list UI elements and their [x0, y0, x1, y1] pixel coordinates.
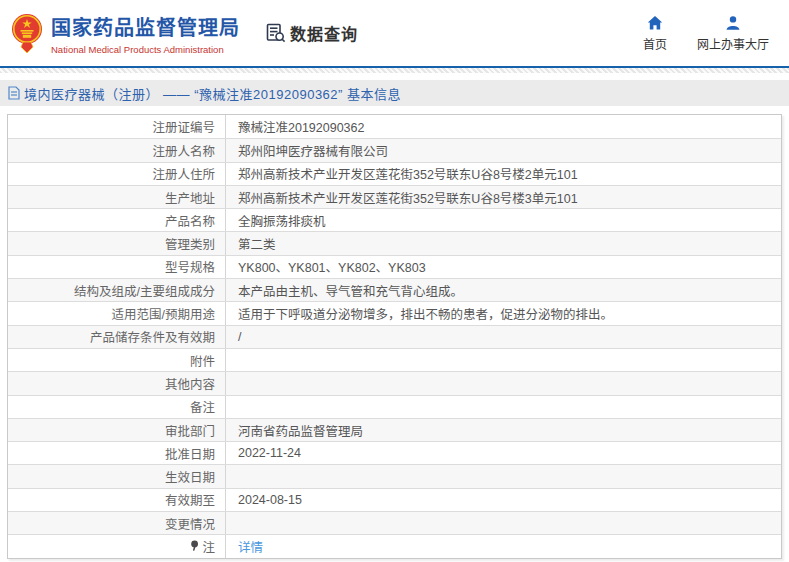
row-label-text: 型号规格 [165, 257, 215, 276]
nav-home[interactable]: 首页 [643, 15, 667, 52]
page: 国家药品监督管理局 National Medical Products Admi… [0, 0, 789, 562]
row-label-text: 注册人住所 [152, 164, 215, 183]
row-value [226, 396, 781, 418]
row-label: 适用范围/预期用途 [8, 302, 226, 324]
site-header: 国家药品监督管理局 National Medical Products Admi… [0, 0, 789, 66]
user-icon [725, 15, 741, 31]
row-label-text: 有效期至 [165, 490, 215, 509]
row-label: 生效日期 [8, 465, 226, 487]
hatch-band [0, 68, 789, 73]
row-value-text: 郑州阳坤医疗器械有限公司 [238, 141, 388, 160]
data-query-label: 数据查询 [290, 21, 358, 45]
row-label-text: 变更情况 [165, 514, 215, 533]
home-icon [647, 15, 663, 31]
row-value-text: 河南省药品监督管理局 [238, 421, 363, 440]
row-label-text: 管理类别 [165, 234, 215, 253]
row-label-text: 产品储存条件及有效期 [90, 327, 215, 346]
row-value-text: 本产品由主机、导气管和充气背心组成。 [238, 281, 463, 300]
row-label: 备注 [8, 396, 226, 418]
row-label-text: 注 [202, 537, 215, 556]
row-value-text: 郑州高新技术产业开发区莲花街352号联东U谷8号楼2单元101 [238, 164, 578, 183]
table-row: 生效日期 [8, 464, 781, 487]
row-value: 适用于下呼吸道分泌物增多，排出不畅的患者，促进分泌物的排出。 [226, 302, 781, 324]
brand-text: 国家药品监督管理局 National Medical Products Admi… [51, 12, 240, 55]
row-value-text: 郑州高新技术产业开发区莲花街352号联东U谷8号楼3单元101 [238, 188, 578, 207]
row-value-text: 2022-11-24 [238, 446, 301, 460]
pin-icon [190, 540, 200, 552]
row-label-text: 结构及组成/主要组成成分 [74, 281, 215, 300]
row-value [226, 349, 781, 371]
row-label-text: 注册证编号 [152, 117, 215, 136]
row-value: 河南省药品监督管理局 [226, 419, 781, 441]
row-label: 结构及组成/主要组成成分 [8, 279, 226, 301]
detail-link[interactable]: 详情 [238, 537, 263, 556]
table-row: 产品名称 全胸振荡排痰机 [8, 208, 781, 231]
row-value: 第二类 [226, 232, 781, 254]
table-row: 有效期至 2024-08-15 [8, 488, 781, 511]
row-label: 管理类别 [8, 232, 226, 254]
data-query-icon [266, 23, 286, 43]
row-value: YK800、YK801、YK802、YK803 [226, 256, 781, 278]
table-row: 适用范围/预期用途 适用于下呼吸道分泌物增多，排出不畅的患者，促进分泌物的排出。 [8, 301, 781, 324]
table-row: 生产地址 郑州高新技术产业开发区莲花街352号联东U谷8号楼3单元101 [8, 185, 781, 208]
row-label: 产品名称 [8, 209, 226, 231]
row-label: 其他内容 [8, 372, 226, 394]
row-label: 附件 [8, 349, 226, 371]
brand-logo[interactable]: 国家药品监督管理局 National Medical Products Admi… [10, 12, 240, 55]
table-row: 审批部门 河南省药品监督管理局 [8, 418, 781, 441]
table-row: 产品储存条件及有效期 / [8, 325, 781, 348]
row-value [226, 465, 781, 487]
row-label-text: 生产地址 [165, 188, 215, 207]
row-label-text: 批准日期 [165, 444, 215, 463]
row-label-text: 其他内容 [165, 374, 215, 393]
row-label-text: 生效日期 [165, 467, 215, 486]
row-value [226, 512, 781, 534]
nav-home-label: 首页 [643, 35, 667, 52]
row-label-text: 备注 [190, 397, 215, 416]
registration-info-table: 注册证编号 豫械注准20192090362 注册人名称 郑州阳坤医疗器械有限公司 [7, 114, 782, 559]
row-label: 有效期至 [8, 489, 226, 511]
row-label: 型号规格 [8, 256, 226, 278]
row-label: 审批部门 [8, 419, 226, 441]
row-value: 2024-08-15 [226, 489, 781, 511]
table-row: 附件 [8, 348, 781, 371]
row-label: 产品储存条件及有效期 [8, 326, 226, 348]
row-value: 豫械注准20192090362 [226, 115, 781, 138]
table-row: 注册证编号 豫械注准20192090362 [8, 115, 781, 138]
national-emblem-icon [10, 13, 44, 53]
table-row: 结构及组成/主要组成成分 本产品由主机、导气管和充气背心组成。 [8, 278, 781, 301]
data-query-section[interactable]: 数据查询 [266, 21, 358, 45]
nav-online-hall[interactable]: 网上办事大厅 [697, 15, 769, 52]
row-value-text: / [238, 330, 241, 344]
table-row: 管理类别 第二类 [8, 231, 781, 254]
row-label: 注册人名称 [8, 139, 226, 161]
row-value-text: YK800、YK801、YK802、YK803 [238, 257, 426, 276]
table-row: 备注 [8, 395, 781, 418]
row-value-text: 第二类 [238, 234, 276, 253]
page-title-bar: 境内医疗器械（注册） —— “豫械注准20192090362” 基本信息 [0, 80, 789, 106]
row-label: 变更情况 [8, 512, 226, 534]
row-value: 郑州高新技术产业开发区莲花街352号联东U谷8号楼2单元101 [226, 163, 781, 185]
agency-name-en: National Medical Products Administration [51, 44, 240, 55]
table-row: 其他内容 [8, 371, 781, 394]
table-row: 变更情况 [8, 511, 781, 534]
top-nav: 首页 网上办事大厅 [643, 15, 769, 52]
row-value: 全胸振荡排痰机 [226, 209, 781, 231]
row-value-text: 豫械注准20192090362 [238, 117, 364, 136]
nav-online-hall-label: 网上办事大厅 [697, 35, 769, 52]
row-label: 注册证编号 [8, 115, 226, 138]
table-row: 型号规格 YK800、YK801、YK802、YK803 [8, 255, 781, 278]
row-value: 本产品由主机、导气管和充气背心组成。 [226, 279, 781, 301]
row-label-text: 附件 [190, 351, 215, 370]
row-label: 生产地址 [8, 186, 226, 208]
row-value: 郑州高新技术产业开发区莲花街352号联东U谷8号楼3单元101 [226, 186, 781, 208]
row-value: / [226, 326, 781, 348]
row-label-text: 产品名称 [165, 211, 215, 230]
row-label-text: 适用范围/预期用途 [112, 304, 215, 323]
row-value: 郑州阳坤医疗器械有限公司 [226, 139, 781, 161]
row-value-text: 全胸振荡排痰机 [238, 211, 326, 230]
row-label-text: 审批部门 [165, 421, 215, 440]
agency-name-cn: 国家药品监督管理局 [51, 12, 240, 41]
row-label: 注册人住所 [8, 163, 226, 185]
row-value-text: 2024-08-15 [238, 493, 302, 507]
